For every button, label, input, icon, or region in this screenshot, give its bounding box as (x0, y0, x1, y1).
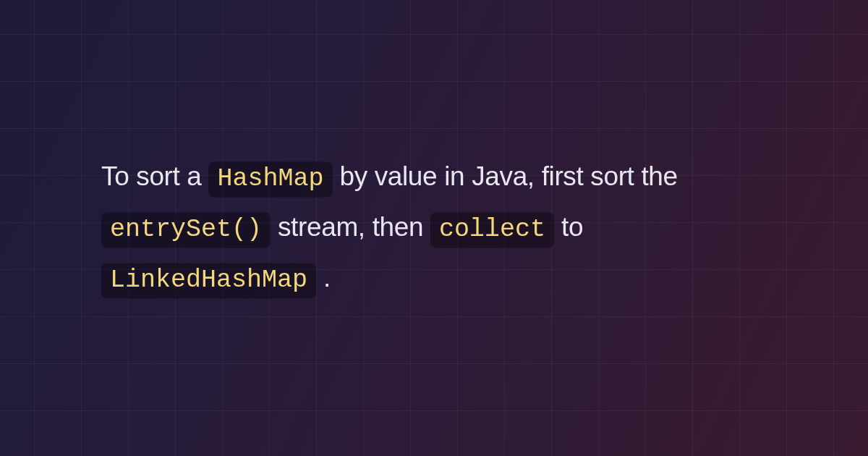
code-linkedhashmap: LinkedHashMap (101, 263, 316, 298)
code-collect: collect (430, 212, 554, 248)
content-container: To sort a HashMap by value in Java, firs… (87, 152, 781, 303)
code-hashmap: HashMap (208, 161, 332, 197)
code-entryset: entrySet() (101, 212, 271, 248)
text-segment: . (323, 263, 331, 292)
text-segment: to (561, 212, 583, 242)
text-segment: by value in Java, first sort the (339, 161, 677, 191)
text-segment: To sort a (101, 161, 208, 191)
description-paragraph: To sort a HashMap by value in Java, firs… (101, 152, 767, 303)
text-segment: stream, then (278, 212, 430, 242)
